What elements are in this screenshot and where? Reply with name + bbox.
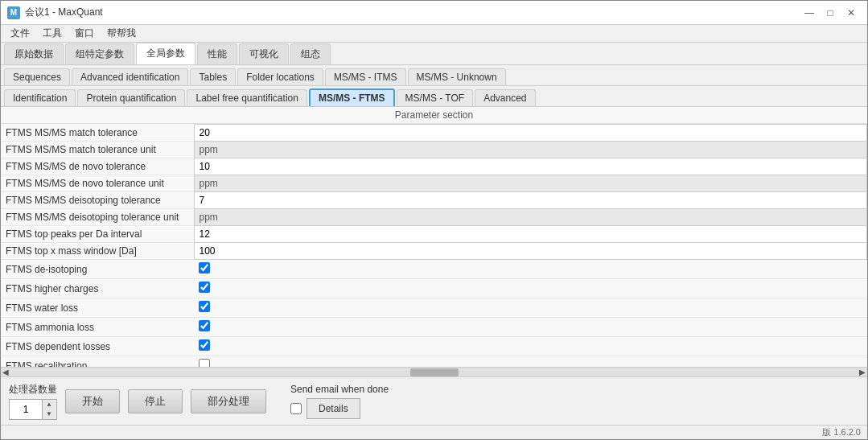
param-value-cell[interactable] <box>194 318 867 337</box>
param-value-cell[interactable] <box>194 298 867 318</box>
tab1-performance[interactable]: 性能 <box>197 43 237 64</box>
version-text: 版 1.6.2.0 <box>822 426 861 438</box>
table-row: FTMS ammonia loss <box>1 318 867 337</box>
spinner-down-button[interactable]: ▼ <box>43 409 56 419</box>
tab2-folder-locations[interactable]: Folder locations <box>237 68 323 85</box>
table-row: FTMS MS/MS deisotoping tolerance unitppm <box>1 209 867 226</box>
param-checkbox[interactable] <box>199 262 210 273</box>
param-value-cell: 7 <box>194 192 867 209</box>
param-checkbox[interactable] <box>199 282 210 293</box>
tab1-group-params[interactable]: 组特定参数 <box>65 43 134 64</box>
tab2-tables[interactable]: Tables <box>190 68 236 85</box>
table-row: FTMS MS/MS match tolerance20 <box>1 125 867 142</box>
content-area: Parameter section FTMS MS/MS match toler… <box>1 107 867 376</box>
section-label: Parameter section <box>1 107 867 124</box>
param-value-cell: 10 <box>194 158 867 175</box>
param-checkbox[interactable] <box>199 301 210 312</box>
param-label: FTMS MS/MS de novo tolerance <box>1 158 194 175</box>
param-value-cell[interactable] <box>194 260 867 279</box>
tab1-visualization[interactable]: 可视化 <box>239 43 289 64</box>
email-row: Details <box>290 398 389 419</box>
table-row: FTMS top x mass window [Da]100 <box>1 243 867 260</box>
param-label: FTMS ammonia loss <box>1 318 194 337</box>
tab3-identification[interactable]: Identification <box>4 89 76 106</box>
tab3-msms-ftms[interactable]: MS/MS - FTMS <box>309 88 395 106</box>
params-scroll[interactable]: FTMS MS/MS match tolerance20FTMS MS/MS m… <box>1 124 867 367</box>
table-row: FTMS MS/MS de novo tolerance unitppm <box>1 175 867 192</box>
param-label: FTMS MS/MS deisotoping tolerance <box>1 192 194 209</box>
menu-tools[interactable]: 工具 <box>36 25 68 42</box>
scroll-right-arrow[interactable]: ▶ <box>859 368 866 376</box>
table-row: FTMS dependent losses <box>1 337 867 356</box>
tab3-protein-quant[interactable]: Protein quantification <box>77 89 185 106</box>
menu-help[interactable]: 帮帮我 <box>101 25 142 42</box>
param-label: FTMS top x mass window [Da] <box>1 243 194 260</box>
table-row: FTMS MS/MS deisotoping tolerance7 <box>1 192 867 209</box>
param-value-cell: ppm <box>194 142 867 158</box>
param-label: FTMS MS/MS match tolerance <box>1 125 194 142</box>
tab3-advanced[interactable]: Advanced <box>475 89 535 106</box>
table-row: FTMS water loss <box>1 298 867 318</box>
scroll-left-arrow[interactable]: ◀ <box>2 368 9 376</box>
table-row: FTMS top peaks per Da interval12 <box>1 226 867 243</box>
details-button[interactable]: Details <box>306 398 360 419</box>
tab1-global-params[interactable]: 全局参数 <box>136 43 195 64</box>
param-value-cell: 100 <box>194 243 867 260</box>
process-count-input[interactable] <box>10 400 42 419</box>
tab-bar-1: 原始数据 组特定参数 全局参数 性能 可视化 组态 <box>1 43 867 65</box>
tab2-advanced-id[interactable]: Advanced identification <box>72 68 188 85</box>
param-label: FTMS MS/MS de novo tolerance unit <box>1 175 194 192</box>
tab2-msms-unknown[interactable]: MS/MS - Unknown <box>408 68 506 85</box>
start-button[interactable]: 开始 <box>65 389 120 413</box>
table-row: FTMS recalibration <box>1 356 867 368</box>
horizontal-scrollbar[interactable]: ◀ ▶ <box>1 367 867 376</box>
param-label: FTMS top peaks per Da interval <box>1 226 194 243</box>
partial-button[interactable]: 部分处理 <box>191 389 266 413</box>
tab3-label-free[interactable]: Label free quantification <box>187 89 306 106</box>
param-checkbox[interactable] <box>199 339 210 351</box>
tab2-msms-itms[interactable]: MS/MS - ITMS <box>325 68 406 85</box>
param-label: FTMS water loss <box>1 298 194 318</box>
tab2-sequences[interactable]: Sequences <box>4 68 70 85</box>
table-row: FTMS higher charges <box>1 279 867 298</box>
title-bar: M 会议1 - MaxQuant — □ ✕ <box>1 1 867 25</box>
scrollbar-thumb[interactable] <box>410 368 459 376</box>
tab1-config[interactable]: 组态 <box>290 43 331 64</box>
menu-file[interactable]: 文件 <box>4 25 36 42</box>
main-window: M 会议1 - MaxQuant — □ ✕ 文件 工具 窗口 帮帮我 原始数据… <box>0 0 868 440</box>
param-label: FTMS higher charges <box>1 279 194 298</box>
title-controls: — □ ✕ <box>800 5 861 21</box>
param-label: FTMS MS/MS deisotoping tolerance unit <box>1 209 194 226</box>
menu-bar: 文件 工具 窗口 帮帮我 <box>1 25 867 43</box>
spinner-buttons: ▲ ▼ <box>42 400 56 419</box>
menu-window[interactable]: 窗口 <box>68 25 101 42</box>
table-row: FTMS MS/MS de novo tolerance10 <box>1 158 867 175</box>
tab1-raw-data[interactable]: 原始数据 <box>4 43 64 64</box>
param-label: FTMS recalibration <box>1 356 194 368</box>
param-value-cell: ppm <box>194 209 867 226</box>
param-checkbox[interactable] <box>199 359 210 367</box>
process-spinner[interactable]: ▲ ▼ <box>9 399 57 420</box>
email-section: Send email when done Details <box>290 384 389 419</box>
params-table: FTMS MS/MS match tolerance20FTMS MS/MS m… <box>1 124 867 367</box>
scroll-arrows: ◀ ▶ <box>1 368 867 377</box>
param-checkbox[interactable] <box>199 320 210 331</box>
stop-button[interactable]: 停止 <box>128 389 183 413</box>
maximize-button[interactable]: □ <box>821 5 840 21</box>
minimize-button[interactable]: — <box>800 5 819 21</box>
param-value-cell[interactable] <box>194 279 867 298</box>
spinner-up-button[interactable]: ▲ <box>43 400 56 409</box>
param-value-cell[interactable] <box>194 356 867 368</box>
window-title: 会议1 - MaxQuant <box>25 6 103 19</box>
table-row: FTMS MS/MS match tolerance unitppm <box>1 142 867 158</box>
app-icon: M <box>7 6 20 19</box>
param-label: FTMS dependent losses <box>1 337 194 356</box>
tab-bar-2: Sequences Advanced identification Tables… <box>1 65 867 86</box>
param-value-cell: 20 <box>194 125 867 142</box>
param-value-cell[interactable] <box>194 337 867 356</box>
tab3-msms-tof[interactable]: MS/MS - TOF <box>397 89 474 106</box>
param-label: FTMS de-isotoping <box>1 260 194 279</box>
close-button[interactable]: ✕ <box>841 5 861 21</box>
email-checkbox[interactable] <box>290 403 302 414</box>
title-bar-left: M 会议1 - MaxQuant <box>7 6 103 19</box>
